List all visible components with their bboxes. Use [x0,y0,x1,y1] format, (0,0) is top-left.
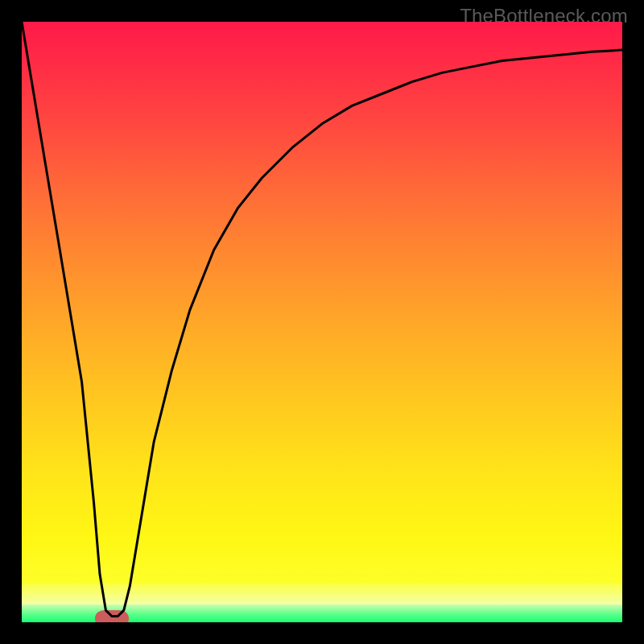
curve-line [22,22,622,617]
curve-svg [22,22,622,622]
plot-area [22,22,622,622]
chart-frame: TheBottleneck.com [0,0,644,644]
